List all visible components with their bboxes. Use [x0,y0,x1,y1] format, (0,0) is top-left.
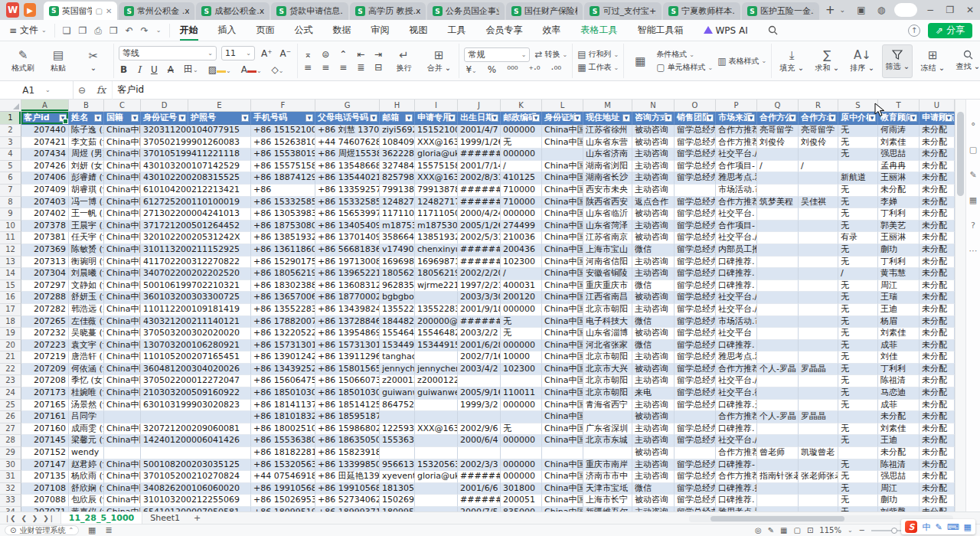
cell[interactable]: 340826200106060020 [141,483,251,495]
cell[interactable]: 口碑推荐.天 [716,400,757,412]
cell[interactable]: 207369 [21,244,69,257]
row-header[interactable]: 16 [0,292,21,304]
cell[interactable] [799,280,838,293]
cell[interactable]: 825798695 [380,172,415,185]
cell[interactable]: 口碑推荐. [716,257,757,269]
table-row[interactable]: 26207161吕同学+86 18101832+86 18595187720Ch… [0,411,955,423]
cell[interactable]: 留学总经办 [675,387,716,400]
cell[interactable]: +86 1335925706 [315,185,380,197]
cell[interactable]: 郭美艺 [878,221,920,233]
cell[interactable]: +86 刘慧 137052 [315,125,380,137]
filter-dropdown-icon[interactable]: ▼ [178,114,186,122]
cell[interactable]: ######### [458,471,501,483]
cell[interactable]: 文静如 (女 [69,280,104,293]
cell[interactable]: 丁利利 [878,257,920,269]
cell[interactable] [799,268,838,280]
more-caret-icon[interactable]: ⌄ [156,27,162,34]
cell[interactable]: 未分配 [920,471,955,483]
cell[interactable]: 000000 [501,471,542,483]
cell[interactable]: +86 18182281 [251,447,315,459]
cell[interactable]: 留学总经办 [675,364,716,376]
cell[interactable]: 无 [838,495,878,507]
cell[interactable]: 207406 [21,172,69,185]
cell[interactable]: China中国 [542,495,583,507]
cell[interactable]: China中国 [542,387,583,400]
cell[interactable]: 微信 [632,316,675,328]
cell[interactable] [501,447,542,459]
export-icon[interactable]: ❐ [79,25,87,36]
cell[interactable]: 未分配 [920,459,955,472]
cell[interactable]: 被动咨询 [632,328,675,340]
cell[interactable]: China中国 [104,232,141,244]
cell[interactable]: 罗晶晶 [799,364,838,376]
table-row[interactable]: 13207313衡琬明 (女China中国411702200312270822+… [0,257,955,269]
column-header-S[interactable]: S [838,100,878,112]
cell[interactable] [415,435,458,447]
cell[interactable] [757,244,799,257]
cell[interactable] [799,351,838,364]
cell[interactable]: 124827175 [380,197,415,209]
cell[interactable]: +86 18101832 [251,411,315,423]
currency-icon[interactable]: ¥⌄ [464,64,478,75]
cell[interactable] [799,328,838,340]
cell[interactable]: China中国 [542,328,583,340]
distribute-icon[interactable]: ⊟ [373,62,384,73]
cell[interactable]: 合作方推荐 [716,411,757,423]
cell[interactable]: 962835011 [380,280,415,293]
cell[interactable]: China中国 [542,221,583,233]
cell[interactable]: 留学总经办 [675,435,716,447]
cell[interactable]: 207208 [21,375,69,387]
keyboard-icon[interactable]: ⌨ [947,522,959,532]
cloud-upload-icon[interactable]: ↑ [908,25,920,37]
cell[interactable]: 王一帆 (男 [69,208,104,221]
row-header[interactable]: 18 [0,316,21,328]
cell[interactable]: 被动咨询 [632,137,675,149]
cell[interactable]: 留学总经办 [675,459,716,472]
cell[interactable]: 北京市朝阳 [583,351,632,364]
cell[interactable]: 重庆重庆市 [583,280,632,293]
row-header[interactable]: 1 [0,112,21,125]
table-row[interactable]: 32207108舒欣娴 (女China中国340826200106060020+… [0,483,955,495]
cell[interactable]: 王迪 [878,304,920,316]
cell[interactable]: 320721200209060081 [141,423,251,436]
cell[interactable]: 无 [838,221,878,233]
table-row[interactable]: 8207403冯一博 (男China中国612725200110100019+8… [0,197,955,209]
cell[interactable]: 口碑推荐. [716,268,757,280]
view-normal-icon[interactable]: ▦ [780,526,787,534]
cell[interactable]: China中国 [104,185,141,197]
row-header[interactable]: 21 [0,351,21,364]
cell[interactable]: z20001227 [380,375,415,387]
cell[interactable]: chenxinyur [415,244,458,257]
cell[interactable]: 155751588 [415,161,458,173]
cell[interactable]: 210303200509160922 [141,387,251,400]
view-break-icon[interactable]: ⊡ [807,526,813,534]
cell[interactable]: 370105199411221118 [141,149,251,161]
cell[interactable]: 强思喆 [878,471,920,483]
cell[interactable] [380,447,415,459]
cell[interactable] [415,400,458,412]
cell[interactable]: +86 1533258500 [315,197,380,209]
system-switcher[interactable]: ⊙ 业财管理系统 ⌃ [5,525,79,535]
cell[interactable]: +86 [251,185,315,197]
cell[interactable]: 153449155 [380,340,415,352]
cell[interactable]: China中国 [542,161,583,173]
cell[interactable]: 无 [838,328,878,340]
cell[interactable]: +86 13439252 [251,364,315,376]
cell[interactable]: 未分配 [920,351,955,364]
cell[interactable]: 主动咨询 [632,304,675,316]
cell[interactable]: 李文茹 (女 [69,137,104,149]
cell[interactable]: 未分配 [920,125,955,137]
file-tab[interactable]: S成都公积金.xlsx [196,2,270,20]
cell[interactable]: China中国 [104,304,141,316]
cell[interactable] [799,172,838,185]
row-header[interactable]: 8 [0,197,21,209]
cell[interactable]: 无 [838,400,878,412]
zoom-out-button[interactable]: − [859,526,865,534]
table-row[interactable]: 25207165汤景然 (女China中国630103199903020823+… [0,400,955,412]
header-cell[interactable]: 身份证地▼ [542,112,583,125]
indent-increase-icon[interactable]: ⇥ [373,49,384,60]
cell[interactable]: 微信 [632,483,675,495]
cell[interactable] [757,292,799,304]
cell[interactable]: 刘素佳 [878,423,920,436]
cell[interactable]: +86 13611860 [251,244,315,257]
